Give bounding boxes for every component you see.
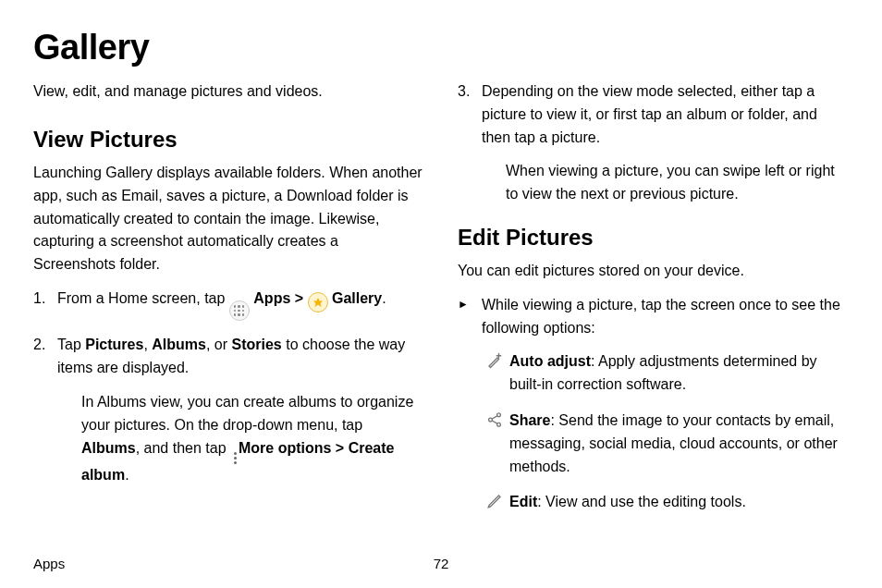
content-columns: View, edit, and manage pictures and vide… <box>33 80 849 527</box>
gallery-label: Gallery <box>332 290 382 306</box>
steps-list-cont: Depending on the view mode selected, eit… <box>458 80 849 206</box>
edit-icon <box>485 492 504 510</box>
chevron-2: > <box>331 440 348 456</box>
step2-pictures: Pictures <box>85 337 143 352</box>
svg-marker-0 <box>313 298 323 307</box>
step2-sub-mid: , and then tap <box>136 440 230 456</box>
intro-text: View, edit, and manage pictures and vide… <box>33 80 424 103</box>
page-title: Gallery <box>33 28 849 67</box>
step-3: Depending on the view mode selected, eit… <box>458 80 849 206</box>
svg-line-5 <box>492 421 497 423</box>
edit-text: : View and use the editing tools. <box>537 494 746 509</box>
step3-text: Depending on the view mode selected, eit… <box>482 83 817 145</box>
left-column: View, edit, and manage pictures and vide… <box>33 80 424 527</box>
apps-icon <box>229 300 250 321</box>
option-share: Share: Send the image to your contacts b… <box>458 410 849 478</box>
step2-sub-post: . <box>125 467 129 483</box>
svg-line-4 <box>492 416 497 419</box>
share-icon <box>485 410 504 429</box>
step2-sep2: , or <box>206 337 232 352</box>
step2-sub-pre: In Albums view, you can create albums to… <box>81 394 413 433</box>
gallery-icon <box>308 292 328 312</box>
step3-sub: When viewing a picture, you can swipe le… <box>482 160 849 206</box>
auto-adjust-label: Auto adjust <box>509 353 591 369</box>
edit-label: Edit <box>509 494 537 509</box>
svg-point-3 <box>497 423 501 426</box>
step-1: From a Home screen, tap Apps > Gallery. <box>33 288 424 322</box>
step2-pre: Tap <box>57 337 85 352</box>
step2-sub: In Albums view, you can create albums to… <box>57 391 424 486</box>
more-options-icon <box>234 452 237 464</box>
svg-point-1 <box>497 413 501 417</box>
step1-pre: From a Home screen, tap <box>57 290 229 306</box>
footer-spacer <box>577 556 849 571</box>
chevron: > <box>290 290 307 306</box>
footer: Apps 72 <box>33 556 849 571</box>
step2-stories: Stories <box>232 337 282 352</box>
step-2: Tap Pictures, Albums, or Stories to choo… <box>33 334 424 486</box>
step2-albums: Albums <box>152 337 206 352</box>
steps-list: From a Home screen, tap Apps > Gallery. … <box>33 288 424 486</box>
step2-sub-albums: Albums <box>81 440 136 456</box>
option-edit: Edit: View and use the editing tools. <box>458 491 849 514</box>
share-label: Share <box>509 412 550 428</box>
step2-sep1: , <box>143 337 152 352</box>
arrow-item: While viewing a picture, tap the screen … <box>458 294 849 340</box>
step1-post: . <box>382 290 386 306</box>
edit-pictures-para: You can edit pictures stored on your dev… <box>458 260 849 283</box>
share-text: : Send the image to your contacts by ema… <box>509 412 838 474</box>
view-pictures-para: Launching Gallery displays available fol… <box>33 162 424 276</box>
right-column: Depending on the view mode selected, eit… <box>458 80 849 527</box>
apps-label: Apps <box>253 290 290 306</box>
heading-view-pictures: View Pictures <box>33 127 424 153</box>
heading-edit-pictures: Edit Pictures <box>458 225 849 251</box>
footer-page: 72 <box>305 556 577 571</box>
option-auto-adjust: Auto adjust: Apply adjustments determine… <box>458 350 849 397</box>
step2-sub-more: More options <box>239 440 331 456</box>
auto-adjust-icon <box>485 351 504 370</box>
footer-section: Apps <box>33 556 305 571</box>
